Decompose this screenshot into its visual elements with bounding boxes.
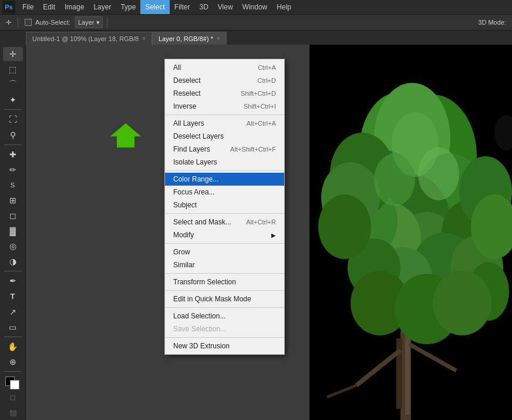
menu-image[interactable]: Image xyxy=(60,0,89,14)
svg-point-25 xyxy=(318,194,371,259)
quick-mask-btn[interactable]: ⬚ xyxy=(3,391,23,405)
3d-mode-label: 3D Mode: xyxy=(476,18,508,27)
move-tool-btn[interactable]: ✛ xyxy=(3,47,23,61)
toolbar-separator xyxy=(18,17,18,28)
select-menu-section-1: All Ctrl+A Deselect Ctrl+D Reselect Shif… xyxy=(165,59,284,115)
screen-mode-btn[interactable]: ⬛ xyxy=(3,406,23,420)
menu-view[interactable]: View xyxy=(213,0,238,14)
menu-item-select-mask[interactable]: Select and Mask... Alt+Ctrl+R xyxy=(165,216,284,229)
shape-btn[interactable]: ▭ xyxy=(3,320,23,334)
auto-select-label: Auto-Select: xyxy=(22,18,73,27)
move-crosshair-icon: ✛ xyxy=(6,19,11,26)
menu-file[interactable]: File xyxy=(18,0,38,14)
app-logo: Ps xyxy=(2,1,15,14)
select-menu-section-2: All Layers Alt+Ctrl+A Deselect Layers Fi… xyxy=(165,115,284,171)
menu-filter[interactable]: Filter xyxy=(170,0,195,14)
menu-layer[interactable]: Layer xyxy=(89,0,116,14)
menu-3d[interactable]: 3D xyxy=(194,0,213,14)
auto-select-checkbox[interactable] xyxy=(25,19,32,26)
menu-item-isolate-layers[interactable]: Isolate Layers xyxy=(165,156,284,169)
menu-item-grow[interactable]: Grow xyxy=(165,246,284,258)
select-menu-section-3: Color Range... Focus Area... Subject xyxy=(165,171,284,214)
color-swatches[interactable] xyxy=(4,375,22,389)
tool-separator-4 xyxy=(4,337,22,337)
menu-help[interactable]: Help xyxy=(272,0,296,14)
magic-wand-btn[interactable]: ✦ xyxy=(3,93,23,107)
select-menu-section-5: Grow Similar xyxy=(165,244,284,274)
hand-tool-btn[interactable]: ✋ xyxy=(3,340,23,354)
text-tool-btn[interactable]: T xyxy=(3,289,23,303)
options-toolbar: ✛ Auto-Select: Layer ▾ 3D Mode: xyxy=(0,14,512,31)
select-tool-btn[interactable]: ⬚ xyxy=(3,62,23,76)
menu-window[interactable]: Window xyxy=(238,0,272,14)
menu-bar: Ps File Edit Image Layer Type Select Fil… xyxy=(0,0,512,14)
menu-item-deselect[interactable]: Deselect Ctrl+D xyxy=(165,74,284,87)
toolbar-separator-2 xyxy=(107,17,107,28)
menu-item-find-layers[interactable]: Find Layers Alt+Shift+Ctrl+F xyxy=(165,143,284,156)
move-icon: ✛ xyxy=(4,18,14,28)
select-menu-section-8: Load Selection... Save Selection... xyxy=(165,308,284,338)
canvas-area: All Ctrl+A Deselect Ctrl+D Reselect Shif… xyxy=(26,45,512,420)
tab-untitled[interactable]: Untitled-1 @ 109% (Layer 18, RGB/8 × xyxy=(26,32,152,45)
tab-label-untitled: Untitled-1 @ 109% (Layer 18, RGB/8 xyxy=(32,35,139,42)
menu-item-all[interactable]: All Ctrl+A xyxy=(165,61,284,74)
gradient-btn[interactable]: ▓ xyxy=(3,224,23,238)
lasso-tool-btn[interactable]: ⌒ xyxy=(3,78,23,92)
eyedropper-btn[interactable]: ⚲ xyxy=(3,127,23,142)
dropdown-arrow-icon: ▾ xyxy=(96,19,100,26)
canvas-tree-image xyxy=(309,45,512,420)
menu-item-all-layers[interactable]: All Layers Alt+Ctrl+A xyxy=(165,117,284,130)
menu-item-3d-extrusion[interactable]: New 3D Extrusion xyxy=(165,340,284,352)
main-area: ✛ ⬚ ⌒ ✦ ⛶ ⚲ ✚ ✏ S ⊞ ◻ ▓ ◎ ◑ ✒ T ↗ ▭ ✋ ⊕ … xyxy=(0,45,512,420)
svg-point-31 xyxy=(433,271,491,335)
dodge-btn[interactable]: ◑ xyxy=(3,254,23,268)
tool-separator-3 xyxy=(4,271,22,271)
menu-item-transform-selection[interactable]: Transform Selection xyxy=(165,275,284,288)
svg-marker-0 xyxy=(110,123,142,147)
history-btn[interactable]: ⊞ xyxy=(3,193,23,207)
menu-item-deselect-layers[interactable]: Deselect Layers xyxy=(165,130,284,143)
brush-btn[interactable]: ✏ xyxy=(3,163,23,177)
menu-item-save-selection[interactable]: Save Selection... xyxy=(165,322,284,335)
pen-tool-btn[interactable]: ✒ xyxy=(3,274,23,288)
clone-btn[interactable]: S xyxy=(3,178,23,192)
svg-point-34 xyxy=(374,153,415,206)
tab-bar: Untitled-1 @ 109% (Layer 18, RGB/8 × Lay… xyxy=(0,31,512,45)
select-menu-section-7: Edit in Quick Mask Mode xyxy=(165,291,284,308)
menu-item-subject[interactable]: Subject xyxy=(165,199,284,211)
tool-separator-5 xyxy=(4,371,22,372)
select-menu-section-9: New 3D Extrusion xyxy=(165,338,284,354)
submenu-arrow-icon: ▶ xyxy=(271,232,276,238)
green-arrow xyxy=(108,121,143,156)
tab-layer0[interactable]: Layer 0, RGB/8#) * × xyxy=(152,32,227,45)
menu-item-load-selection[interactable]: Load Selection... xyxy=(165,310,284,322)
zoom-tool-btn[interactable]: ⊕ xyxy=(3,355,23,369)
menu-select[interactable]: Select xyxy=(140,0,169,14)
menu-item-similar[interactable]: Similar xyxy=(165,258,284,271)
menu-type[interactable]: Type xyxy=(116,0,140,14)
menu-item-inverse[interactable]: Inverse Shift+Ctrl+I xyxy=(165,100,284,113)
tab-close-untitled[interactable]: × xyxy=(142,35,146,42)
layer-dropdown[interactable]: Layer ▾ xyxy=(75,16,103,28)
crop-tool-btn[interactable]: ⛶ xyxy=(3,112,23,126)
menu-item-quick-mask[interactable]: Edit in Quick Mask Mode xyxy=(165,293,284,305)
select-menu-section-6: Transform Selection xyxy=(165,274,284,291)
tab-label-layer0: Layer 0, RGB/8#) * xyxy=(159,35,213,42)
select-menu-section-4: Select and Mask... Alt+Ctrl+R Modify ▶ xyxy=(165,214,284,244)
left-toolbar: ✛ ⬚ ⌒ ✦ ⛶ ⚲ ✚ ✏ S ⊞ ◻ ▓ ◎ ◑ ✒ T ↗ ▭ ✋ ⊕ … xyxy=(0,45,26,420)
tab-close-layer0[interactable]: × xyxy=(217,35,220,42)
blur-btn[interactable]: ◎ xyxy=(3,239,23,253)
menu-item-color-range[interactable]: Color Range... xyxy=(165,173,284,186)
menu-item-modify[interactable]: Modify ▶ xyxy=(165,229,284,241)
tool-separator-1 xyxy=(4,109,22,110)
select-dropdown-menu: All Ctrl+A Deselect Ctrl+D Reselect Shif… xyxy=(164,59,285,355)
eraser-btn[interactable]: ◻ xyxy=(3,209,23,223)
menu-edit[interactable]: Edit xyxy=(38,0,60,14)
path-select-btn[interactable]: ↗ xyxy=(3,305,23,319)
tool-separator-2 xyxy=(4,145,22,145)
healing-btn[interactable]: ✚ xyxy=(3,147,23,162)
svg-point-33 xyxy=(418,147,459,200)
menu-item-focus-area[interactable]: Focus Area... xyxy=(165,186,284,199)
menu-item-reselect[interactable]: Reselect Shift+Ctrl+D xyxy=(165,87,284,100)
